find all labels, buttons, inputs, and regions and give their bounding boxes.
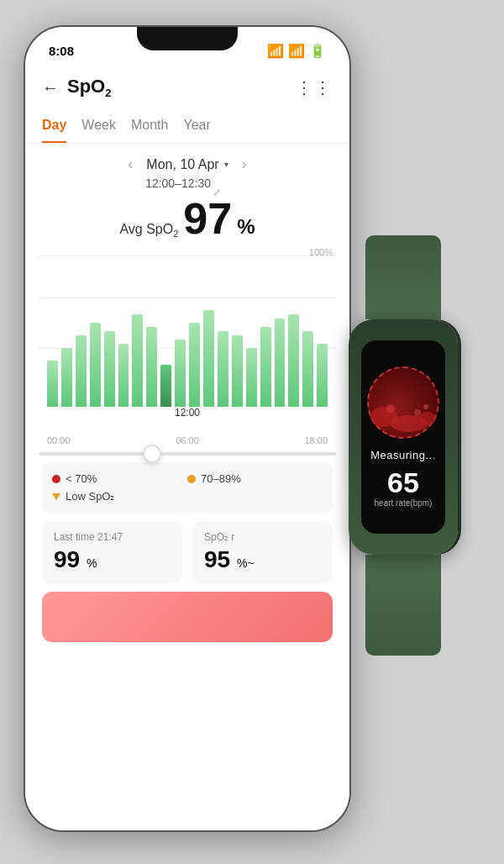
phone-screen: 8:08 📶 📶 🔋 ← SpO2 ⋮⋮ Day (25, 27, 349, 830)
tab-month[interactable]: Month (131, 114, 168, 143)
grid-line-top (39, 256, 336, 256)
stat-card-spo2-range: SpO₂ r 95 %~ (192, 521, 333, 583)
more-menu-button[interactable]: ⋮⋮ (296, 77, 333, 97)
expand-icon[interactable]: ⤢ (213, 187, 221, 198)
time-range-value: 12:00–12:30 (145, 176, 211, 190)
svg-point-3 (386, 404, 395, 413)
avg-label: Avg SpO2 (119, 222, 178, 239)
stats-row: Last time 21:47 99 % SpO₂ r 95 %~ (42, 521, 333, 583)
stat-value-last: 99 % (54, 546, 171, 573)
selected-time-label: 12:00 (39, 407, 336, 419)
stat-card-last-time: Last time 21:47 99 % (42, 521, 182, 583)
stat-label-last: Last time 21:47 (54, 531, 171, 543)
watch: Measuring... 65 heart rate(bpm) (319, 235, 487, 656)
bar (232, 335, 243, 407)
svg-point-5 (423, 404, 428, 409)
status-icons: 📶 📶 🔋 (267, 43, 326, 59)
battery-icon: 🔋 (309, 43, 326, 59)
legend-label-lt70: < 70% (66, 472, 97, 485)
legend-item-low-spo2: Low SpO₂ (52, 490, 187, 503)
page-title: SpO2 (67, 76, 111, 99)
watch-band-bottom (365, 555, 441, 656)
notch (137, 27, 238, 50)
legend-dot-red (52, 475, 60, 483)
promo-card[interactable] (42, 592, 333, 642)
bar (146, 327, 157, 407)
watch-circle (367, 366, 439, 439)
bar (132, 314, 143, 407)
watch-band-top (365, 235, 441, 319)
bar (76, 335, 87, 407)
scrubber-track[interactable] (39, 452, 336, 456)
time-range: 12:00–12:30 ⤢ (25, 176, 349, 190)
back-title: ← SpO2 (42, 76, 111, 99)
date-nav: ‹ Mon, 10 Apr ▾ › (25, 144, 349, 176)
bar (189, 323, 200, 407)
bar (275, 319, 286, 407)
avg-display: Avg SpO2 97 % (25, 193, 349, 247)
bar (47, 361, 58, 407)
bar (61, 348, 72, 407)
watch-screen: Measuring... 65 heart rate(bpm) (361, 340, 445, 534)
time-axis-label: 00:00 (47, 435, 71, 445)
status-time: 8:08 (49, 44, 74, 58)
svg-point-2 (419, 412, 436, 425)
stat-label-range: SpO₂ r (204, 531, 321, 543)
signal-icon: 📶 (288, 43, 305, 59)
next-date-button[interactable]: › (242, 155, 247, 173)
tab-week[interactable]: Week (81, 114, 116, 143)
legend-item-mid: 70–89% (187, 472, 323, 485)
avg-value: 97 (183, 197, 232, 240)
scrubber-thumb[interactable] (143, 445, 161, 463)
avg-unit: % (237, 215, 255, 239)
tab-day[interactable]: Day (42, 114, 66, 143)
heart-rate-value: 65 (387, 468, 419, 497)
bar (118, 344, 129, 407)
chart-container: 100% (39, 247, 336, 432)
date-display[interactable]: Mon, 10 Apr ▾ (146, 157, 228, 172)
watch-bubbles (367, 366, 439, 439)
date-text: Mon, 10 Apr (146, 157, 218, 172)
app-header: ← SpO2 ⋮⋮ (25, 67, 349, 108)
measuring-text: Measuring... (370, 449, 436, 461)
svg-point-4 (414, 409, 421, 416)
bar (260, 327, 271, 407)
legend-item-low: < 70% (52, 472, 187, 485)
tab-bar: Day Week Month Year (25, 108, 349, 144)
time-axis-label: 06:00 (176, 435, 199, 445)
bar (203, 310, 214, 407)
prev-date-button[interactable]: ‹ (128, 155, 133, 173)
bar (104, 331, 115, 407)
back-button[interactable]: ← (42, 78, 59, 97)
legend-label-70-89: 70–89% (201, 472, 241, 485)
bar (90, 323, 101, 407)
page-title-sub: 2 (105, 87, 111, 99)
bars-wrapper[interactable] (47, 272, 328, 407)
watch-body: Measuring... 65 heart rate(bpm) (349, 319, 458, 555)
legend-label-low-spo2: Low SpO₂ (66, 490, 114, 503)
legend-triangle-orange (52, 493, 60, 500)
wifi-icon: 📶 (267, 43, 284, 59)
scrubber-container[interactable] (39, 452, 336, 456)
bar (246, 348, 257, 407)
bar (288, 314, 299, 407)
legend-dot-orange (187, 475, 196, 483)
bar (218, 331, 228, 407)
bar (175, 340, 186, 407)
date-dropdown-icon: ▾ (224, 160, 228, 169)
heart-rate-label: heart rate(bpm) (375, 498, 433, 508)
scene: 8:08 📶 📶 🔋 ← SpO2 ⋮⋮ Day (0, 0, 504, 864)
tab-year[interactable]: Year (183, 114, 210, 143)
bar (302, 331, 313, 407)
legend: < 70% 70–89% Low SpO₂ (42, 462, 333, 513)
time-axis: 00:00 06:00 18:00 (39, 432, 336, 445)
stat-value-range: 95 %~ (204, 546, 321, 573)
bar-highlighted (160, 365, 171, 407)
phone: 8:08 📶 📶 🔋 ← SpO2 ⋮⋮ Day (24, 25, 351, 832)
